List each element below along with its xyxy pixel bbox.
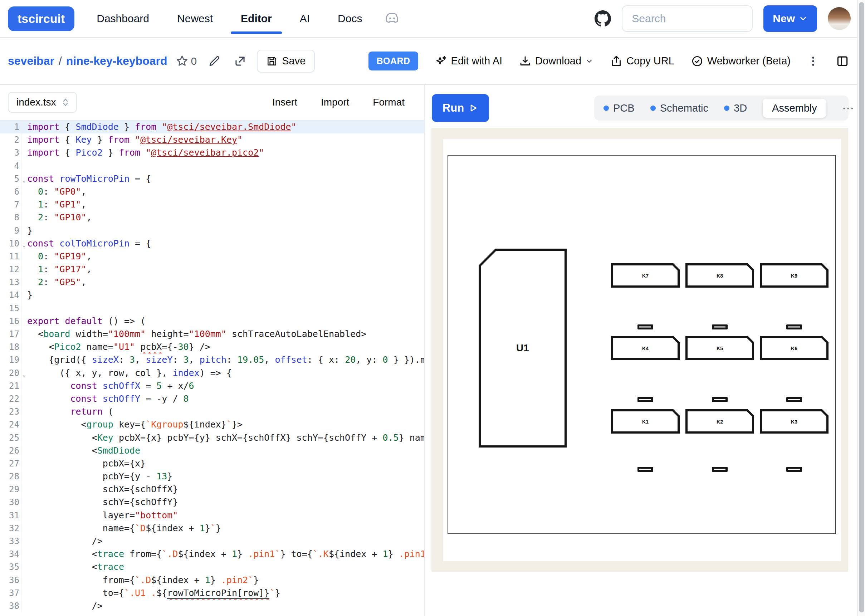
breadcrumb-separator: / [59,54,62,67]
tab-pcb[interactable]: PCB [603,102,634,114]
discord-icon[interactable] [384,12,400,25]
code-line: 15 [0,302,424,315]
code-line: 8 2: "GP10", [0,211,424,224]
code-line-text: import { Pico2 } from "@tsci/seveibar.pi… [22,146,424,159]
star-icon[interactable] [175,54,189,68]
code-line-text: 1: "GP17", [22,263,424,276]
github-icon[interactable] [595,10,611,27]
code-line: 21 const schOffX = 5 + x/6 [0,380,424,393]
line-number: 14 [0,289,22,302]
nav-item-ai[interactable]: AI [300,13,310,25]
editor-menu-import[interactable]: Import [321,97,349,108]
nav-item-dashboard[interactable]: Dashboard [97,13,149,25]
editor-header: index.tsx InsertImportFormat [0,85,424,121]
code-line-text: <trace from={`.D${index + 1} .pin1`} to=… [22,548,424,561]
code-line-text: 1: "GP1", [22,198,424,211]
code-line: 37 to={`.U1 .${rowToMicroPin[row]}`} [0,587,424,600]
code-line-text: <group key={`Kgroup${index}`}> [22,418,424,431]
tabs-overflow-button[interactable]: ⋯ [842,101,855,115]
code-line-text: const schOffY = -y / 8 [22,393,424,405]
code-line: 33 /> [0,535,424,548]
search-input[interactable] [622,5,753,32]
share-icon[interactable] [233,54,247,68]
code-editor[interactable]: 1import { SmdDiode } from "@tsci/seveiba… [0,121,424,616]
diode-stripe [788,327,800,328]
code-line: 11 0: "GP19", [0,250,424,263]
main-split: index.tsx InsertImportFormat 1import { S… [0,85,857,616]
line-number: 33 [0,535,22,548]
line-number: 8 [0,211,22,224]
panel-icon[interactable] [836,54,849,68]
nav-item-newest[interactable]: Newest [177,13,213,25]
editor-menu-format[interactable]: Format [373,97,405,108]
line-number: 37 [0,587,22,600]
code-line: 36 from={`.D${index + 1} .pin2`} [0,574,424,587]
assembly-canvas[interactable]: U1K7K8K9K4K5K6K1K2K3 [432,128,848,572]
new-button[interactable]: New [763,5,817,32]
copy-url-button[interactable]: Copy URL [610,55,674,68]
code-line-text: 0: "GP19", [22,250,424,263]
line-number: 38 [0,600,22,613]
line-number: 17 [0,328,22,341]
code-line: 20⌄ ({ x, y, row, col }, index) => { [0,367,424,380]
tab-schematic[interactable]: Schematic [650,102,708,114]
code-line: 31 layer="bottom" [0,509,424,522]
editor-menu-insert[interactable]: Insert [272,97,297,108]
code-line: 10⌄const colToMicroPin = { [0,237,424,250]
code-line: 16export default () => ( [0,315,424,328]
code-line: 1import { SmdDiode } from "@tsci/seveiba… [0,121,424,134]
code-line-text [22,160,424,173]
fold-arrow-icon[interactable]: ⌄ [21,368,27,380]
code-line: 7 1: "GP1", [0,198,424,211]
diode-stripe [788,399,800,400]
nav-item-editor[interactable]: Editor [241,13,272,25]
fold-arrow-icon[interactable]: ⌄ [21,173,27,186]
code-line-text: {grid({ sizeX: 3, sizeY: 3, pitch: 19.05… [22,354,424,366]
code-line-text: export default () => ( [22,315,424,328]
breadcrumb-owner-link[interactable]: seveibar [8,54,54,67]
key-label-k2: K2 [717,419,723,424]
line-number: 12 [0,263,22,276]
fold-arrow-icon[interactable]: ⌄ [21,238,27,251]
tscircuit-logo[interactable]: tscircuit [8,6,74,31]
tab-dot-icon [603,105,609,111]
pencil-icon[interactable] [207,54,221,68]
preview-pane: Run PCBSchematic3DAssembly⋯ U1K7K8K9K4K5… [425,85,857,616]
line-number: 26 [0,444,22,457]
save-button[interactable]: Save [257,50,315,72]
code-line-text: from={`.D${index + 1} .pin2`} [22,574,424,587]
code-line: 22 const schOffY = -y / 8 [0,393,424,405]
line-number: 22 [0,393,22,405]
webworker-button[interactable]: Webworker (Beta) [691,55,791,68]
code-line-text: } [22,289,424,302]
code-line: 6 0: "GP0", [0,185,424,198]
code-line: 29 schX={schOffX} [0,483,424,496]
breadcrumb-project-link[interactable]: nine-key-keyboard [66,54,167,67]
assembly-board: U1K7K8K9K4K5K6K1K2K3 [447,155,836,534]
play-icon [468,103,478,113]
kebab-icon[interactable] [807,55,819,67]
assembly-canvas-inner: U1K7K8K9K4K5K6K1K2K3 [443,139,841,561]
page-scrollbar-thumb[interactable] [859,2,864,613]
line-number: 36 [0,574,22,587]
nav-item-docs[interactable]: Docs [338,13,362,25]
tab-assembly[interactable]: Assembly [763,99,826,118]
diode-stripe [788,469,800,470]
avatar[interactable] [828,7,851,30]
line-number: 13 [0,276,22,289]
diode-stripe [639,469,651,470]
code-line-text: <SmdDiode [22,444,424,457]
run-button[interactable]: Run [432,94,489,122]
file-select[interactable]: index.tsx [8,92,77,113]
edit-with-ai-button[interactable]: Edit with AI [435,55,502,68]
project-toolbar: seveibar/nine-key-keyboard 0 Save BOARD … [0,38,865,85]
line-number: 5⌄ [0,173,22,185]
code-line: 12 1: "GP17", [0,263,424,276]
tab-3d[interactable]: 3D [724,102,747,114]
line-number: 16 [0,315,22,328]
editor-menus: InsertImportFormat [272,97,405,108]
code-line-text: <Pico2 name="U1" pcbX={-30} /> [22,341,424,354]
code-line-text: return ( [22,405,424,418]
download-button[interactable]: Download [519,55,593,68]
board-badge[interactable]: BOARD [369,52,418,71]
